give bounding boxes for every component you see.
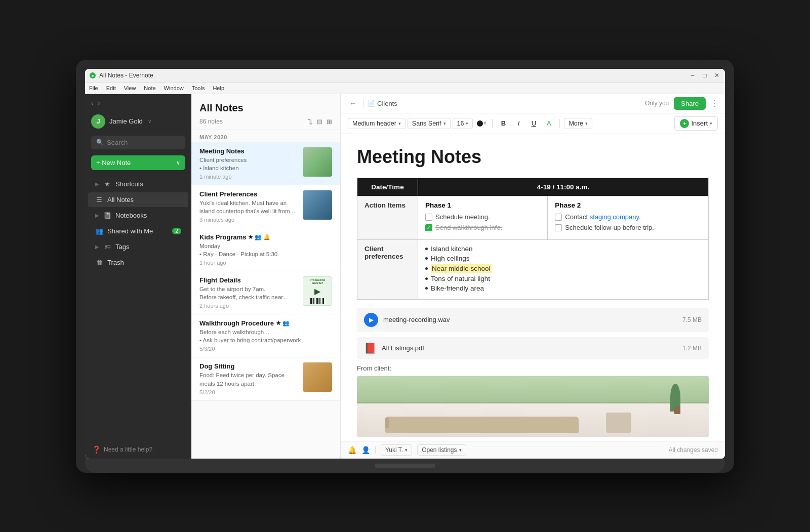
sidebar-item-tags[interactable]: ▶ 🏷 Tags xyxy=(88,239,188,254)
assignee-button[interactable]: Yuki T. ▾ xyxy=(381,444,412,456)
all-notes-label: All Notes xyxy=(107,196,134,203)
note-1-content: Meeting Notes Client preferences• Island… xyxy=(199,147,298,180)
new-note-button[interactable]: + New Note ∨ xyxy=(91,155,185,170)
note-3-preview: Monday• Ray - Dance - Pickup at 5:30. xyxy=(199,242,332,258)
shortcuts-label: Shortcuts xyxy=(115,180,143,188)
highlight-button[interactable]: A xyxy=(542,117,555,130)
checkbox-contact-staging: Contact staging company. xyxy=(555,213,701,221)
staging-company-link[interactable]: staging company. xyxy=(590,213,641,221)
table-phase2: Phase 2 Contact staging company. Schedul… xyxy=(548,196,709,239)
checkbox-schedule-followup: Schedule follow-up before trip. xyxy=(555,224,701,231)
share-status: Only you xyxy=(645,100,669,107)
play-button[interactable]: ▶ xyxy=(364,313,378,327)
sort-icon[interactable]: ⇅ xyxy=(307,118,313,126)
bold-button[interactable]: B xyxy=(497,117,510,130)
sidebar-item-notebooks[interactable]: ▶ 📓 Notebooks xyxy=(88,208,188,223)
filter-icon[interactable]: ⊟ xyxy=(317,118,322,126)
style-dropdown-arrow-icon: ▾ xyxy=(398,121,401,126)
window-title: All Notes - Evernote xyxy=(99,72,688,79)
new-note-label: + New Note xyxy=(96,159,131,167)
notes-list-header: All Notes 86 notes ⇅ ⊟ ⊞ xyxy=(191,94,340,130)
note-4-content: Flight Details Get to the airport by 7am… xyxy=(199,276,298,309)
notes-count: 86 notes xyxy=(199,118,223,125)
sidebar-item-shared[interactable]: 👥 Shared with Me 2 xyxy=(88,224,188,238)
sidebar-item-trash[interactable]: 🗑 Trash xyxy=(88,255,188,270)
pref-natural-light: Tons of natural light xyxy=(425,275,701,282)
notebook-name: Clients xyxy=(377,100,397,107)
editor-content: Meeting Notes Date/Time 4-19 / 11:00 a.m… xyxy=(341,134,725,441)
insert-button[interactable]: + Insert ▾ xyxy=(674,116,718,131)
person-status-icon[interactable]: 👤 xyxy=(361,446,370,454)
maximize-button[interactable]: □ xyxy=(701,71,709,79)
bell-icon-small: 🔔 xyxy=(263,234,270,240)
sidebar-item-all-notes[interactable]: ☰ All Notes xyxy=(88,192,188,207)
nav-back-button[interactable]: ‹ xyxy=(91,99,94,107)
table-client-prefs: Island kitchen High ceilings Near middle… xyxy=(418,239,709,299)
pref-near-middle-school: Near middle school xyxy=(425,264,701,273)
search-box[interactable]: 🔍 Search xyxy=(91,136,185,149)
user-profile[interactable]: J Jamie Gold ∨ xyxy=(85,112,191,134)
menu-help[interactable]: Help xyxy=(213,85,224,91)
menu-window[interactable]: Window xyxy=(164,85,184,91)
more-options-icon[interactable]: ⋮ xyxy=(711,99,719,108)
notebooks-expand-icon: ▶ xyxy=(95,213,99,218)
shared-label: Shared with Me xyxy=(107,227,153,235)
note-item-2[interactable]: Client Preferences Yuki's ideal kitchen.… xyxy=(191,185,340,228)
bullet-1 xyxy=(425,248,428,250)
menu-bar: File Edit View Note Window Tools Help xyxy=(85,83,725,94)
underline-button[interactable]: U xyxy=(527,117,540,130)
note-4-time: 2 hours ago xyxy=(199,303,298,309)
note-6-title: Dog Sitting xyxy=(199,362,298,370)
laptop-base xyxy=(85,459,725,473)
font-dropdown[interactable]: Sans Serif ▾ xyxy=(408,118,451,129)
notes-list-actions: ⇅ ⊟ ⊞ xyxy=(307,118,332,126)
text-color-button[interactable]: ▾ xyxy=(475,119,488,128)
italic-button[interactable]: I xyxy=(512,117,525,130)
note-3-content: Kids Programs ★ 👥 🔔 Monday• Ray - Dance … xyxy=(199,233,332,266)
share-button[interactable]: Share xyxy=(674,97,706,110)
note-4-preview: Get to the airport by 7am.Before takeoff… xyxy=(199,285,298,301)
style-label: Medium header xyxy=(352,120,396,127)
trash-label: Trash xyxy=(107,259,124,266)
more-dropdown[interactable]: More ▾ xyxy=(564,118,592,129)
title-bar: e All Notes - Evernote – □ ✕ xyxy=(85,69,725,83)
checkbox-1-icon[interactable] xyxy=(425,214,432,221)
note-item-4[interactable]: Flight Details Get to the airport by 7am… xyxy=(191,271,340,314)
menu-note[interactable]: Note xyxy=(144,85,155,91)
view-toggle-icon[interactable]: ⊞ xyxy=(327,118,332,126)
share-area: Only you Share ⋮ xyxy=(645,97,719,110)
menu-tools[interactable]: Tools xyxy=(192,85,205,91)
menu-view[interactable]: View xyxy=(124,85,136,91)
checkbox-3-icon[interactable] xyxy=(555,214,562,221)
note-item-3[interactable]: Kids Programs ★ 👥 🔔 Monday• Ray - Dance … xyxy=(191,228,340,271)
menu-file[interactable]: File xyxy=(89,85,98,91)
note-2-time: 3 minutes ago xyxy=(199,217,298,223)
sidebar-item-shortcuts[interactable]: ▶ ★ Shortcuts xyxy=(88,177,188,191)
pdf-icon: 📕 xyxy=(364,342,377,354)
insert-arrow-icon: ▾ xyxy=(710,121,712,126)
pdf-filename: All Listings.pdf xyxy=(382,344,677,352)
nav-forward-button[interactable]: › xyxy=(98,99,100,107)
menu-edit[interactable]: Edit xyxy=(106,85,116,91)
note-item-5[interactable]: Walkthrough Procedure ★ 👥 Before each wa… xyxy=(191,314,340,357)
note-item-1[interactable]: Meeting Notes Client preferences• Island… xyxy=(191,142,340,185)
notification-bell-icon[interactable]: 🔔 xyxy=(348,446,356,454)
close-button[interactable]: ✕ xyxy=(713,71,721,79)
sidebar: ‹ › J Jamie Gold ∨ 🔍 Search + New Note xyxy=(85,94,191,459)
open-listings-button[interactable]: Open listings ▾ xyxy=(417,444,466,456)
note-main-title[interactable]: Meeting Notes xyxy=(357,146,709,168)
minimize-button[interactable]: – xyxy=(688,71,697,79)
checkbox-2-icon[interactable]: ✓ xyxy=(425,224,432,231)
open-listings-label: Open listings xyxy=(422,446,457,454)
checkbox-4-icon[interactable] xyxy=(555,224,562,231)
note-item-6[interactable]: Dog Sitting Food: Feed twice per day. Sp… xyxy=(191,357,340,400)
formatting-toolbar: Medium header ▾ Sans Serif ▾ 16 ▾ ▾ xyxy=(341,113,725,134)
back-arrow-icon[interactable]: ← xyxy=(347,99,359,107)
shortcuts-expand-icon: ▶ xyxy=(95,181,99,187)
notebook-label[interactable]: 📄 Clients xyxy=(368,100,397,107)
bullet-4 xyxy=(425,277,428,280)
help-button[interactable]: ❓ Need a little help? xyxy=(85,440,191,459)
size-dropdown[interactable]: 16 ▾ xyxy=(453,118,473,129)
all-notes-icon: ☰ xyxy=(95,196,103,203)
style-dropdown[interactable]: Medium header ▾ xyxy=(348,118,406,129)
